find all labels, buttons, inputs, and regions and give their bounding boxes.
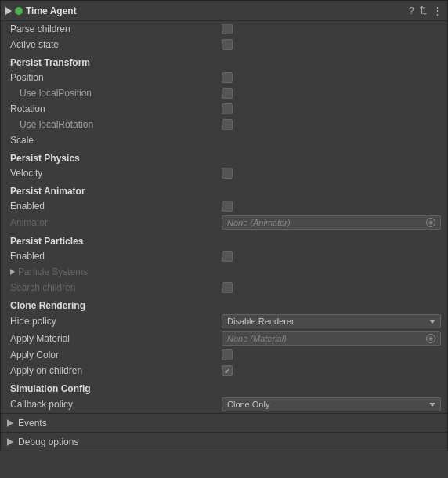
preset-icon[interactable]: ⇅ (419, 5, 428, 16)
position-row: Position (1, 70, 447, 85)
particles-enabled-row: Enabled (1, 248, 447, 264)
events-section[interactable]: Events (1, 413, 447, 432)
particles-enabled-label: Enabled (10, 251, 222, 262)
debug-collapse-icon (7, 438, 13, 446)
active-state-label: Active state (10, 39, 222, 50)
search-children-label: Search children (10, 282, 222, 293)
apply-on-children-control (222, 365, 441, 376)
collapse-triangle-icon[interactable] (5, 7, 12, 15)
velocity-row: Velocity (1, 165, 447, 181)
scale-row: Scale (1, 132, 447, 148)
help-icon[interactable]: ? (409, 5, 414, 16)
debug-options-section[interactable]: Debug options (1, 432, 447, 451)
hide-policy-dropdown[interactable]: Disable Renderer (222, 314, 441, 328)
callback-policy-dropdown-arrow-icon (429, 403, 435, 407)
apply-color-checkbox[interactable] (222, 349, 233, 360)
persist-physics-header: Persist Physics (10, 153, 441, 164)
hide-policy-label: Hide policy (10, 316, 222, 327)
persist-physics-header-row: Persist Physics (1, 148, 447, 165)
particle-systems-row: Particle Systems (1, 264, 447, 280)
use-local-rotation-row: Use localRotation (1, 117, 447, 132)
use-local-position-control (222, 88, 441, 99)
animator-field-control: None (Animator) ◉ (222, 215, 441, 230)
parse-children-label: Parse children (10, 24, 222, 34)
parse-children-checkbox[interactable] (222, 24, 233, 34)
velocity-label: Velocity (10, 168, 222, 179)
more-icon[interactable]: ⋮ (432, 5, 443, 16)
animator-enabled-checkbox[interactable] (222, 201, 233, 212)
panel: Time Agent ? ⇅ ⋮ Parse children Active s… (0, 0, 448, 451)
component-content: Parse children Active state Persist Tran… (1, 21, 447, 413)
apply-material-control: None (Material) ◉ (222, 331, 441, 346)
use-local-position-label: Use localPosition (10, 88, 222, 99)
callback-policy-dropdown[interactable]: Clone Only (222, 397, 441, 411)
persist-particles-header-row: Persist Particles (1, 231, 447, 248)
velocity-control (222, 168, 441, 179)
apply-color-label: Apply Color (10, 349, 222, 360)
search-children-checkbox[interactable] (222, 282, 233, 293)
parse-children-control (222, 24, 441, 34)
component-title: Time Agent (26, 5, 77, 16)
active-state-control (222, 39, 441, 50)
active-indicator-icon (15, 7, 23, 15)
animator-object-field[interactable]: None (Animator) ◉ (222, 215, 441, 230)
use-local-rotation-label: Use localRotation (10, 119, 222, 130)
animator-enabled-row: Enabled (1, 198, 447, 214)
hide-policy-row: Hide policy Disable Renderer (1, 313, 447, 330)
active-state-checkbox[interactable] (222, 39, 233, 50)
position-control (222, 72, 441, 83)
position-label: Position (10, 72, 222, 83)
apply-color-row: Apply Color (1, 347, 447, 363)
apply-on-children-row: Apply on children (1, 363, 447, 378)
persist-animator-header-row: Persist Animator (1, 181, 447, 198)
events-label: Events (18, 418, 47, 429)
header-actions: ? ⇅ ⋮ (409, 5, 443, 16)
rotation-row: Rotation (1, 101, 447, 117)
persist-particles-header: Persist Particles (10, 236, 441, 247)
apply-color-control (222, 349, 441, 360)
component-header: Time Agent ? ⇅ ⋮ (1, 1, 447, 21)
rotation-checkbox[interactable] (222, 103, 233, 114)
clone-rendering-header-row: Clone Rendering (1, 295, 447, 313)
use-local-position-row: Use localPosition (1, 85, 447, 101)
particle-systems-arrow-icon[interactable] (10, 269, 15, 275)
callback-policy-value: Clone Only (227, 400, 426, 409)
rotation-control (222, 103, 441, 114)
animator-enabled-label: Enabled (10, 201, 222, 212)
particles-enabled-control (222, 251, 441, 262)
apply-material-row: Apply Material None (Material) ◉ (1, 330, 447, 347)
search-children-row: Search children (1, 280, 447, 295)
persist-animator-header: Persist Animator (10, 186, 441, 197)
use-local-rotation-checkbox[interactable] (222, 119, 233, 130)
apply-material-field[interactable]: None (Material) ◉ (222, 331, 441, 346)
hide-policy-value: Disable Renderer (227, 317, 426, 326)
apply-material-picker-icon[interactable]: ◉ (426, 334, 435, 343)
clone-rendering-header: Clone Rendering (10, 300, 441, 311)
apply-material-label: Apply Material (10, 333, 222, 344)
search-children-control (222, 282, 441, 293)
use-local-rotation-control (222, 119, 441, 130)
debug-label: Debug options (18, 436, 78, 447)
use-local-position-checkbox[interactable] (222, 88, 233, 99)
simulation-config-header-row: Simulation Config (1, 378, 447, 396)
apply-on-children-label: Apply on children (10, 365, 222, 376)
animator-value: None (Animator) (227, 218, 291, 227)
callback-policy-label: Callback policy (10, 399, 222, 410)
animator-field-row: Animator None (Animator) ◉ (1, 214, 447, 231)
simulation-config-header: Simulation Config (10, 383, 441, 394)
persist-transform-header: Persist Transform (10, 57, 441, 68)
animator-enabled-control (222, 201, 441, 212)
velocity-checkbox[interactable] (222, 168, 233, 179)
apply-on-children-checkbox[interactable] (222, 365, 233, 376)
parse-children-row: Parse children (1, 21, 447, 37)
rotation-label: Rotation (10, 103, 222, 114)
animator-field-label: Animator (10, 217, 222, 228)
particles-enabled-checkbox[interactable] (222, 251, 233, 262)
position-checkbox[interactable] (222, 72, 233, 83)
events-collapse-icon (7, 419, 13, 427)
hide-policy-control: Disable Renderer (222, 314, 441, 328)
apply-material-value: None (Material) (227, 334, 287, 343)
animator-picker-icon[interactable]: ◉ (426, 218, 435, 227)
scale-label: Scale (10, 135, 222, 146)
hide-policy-dropdown-arrow-icon (429, 320, 435, 324)
